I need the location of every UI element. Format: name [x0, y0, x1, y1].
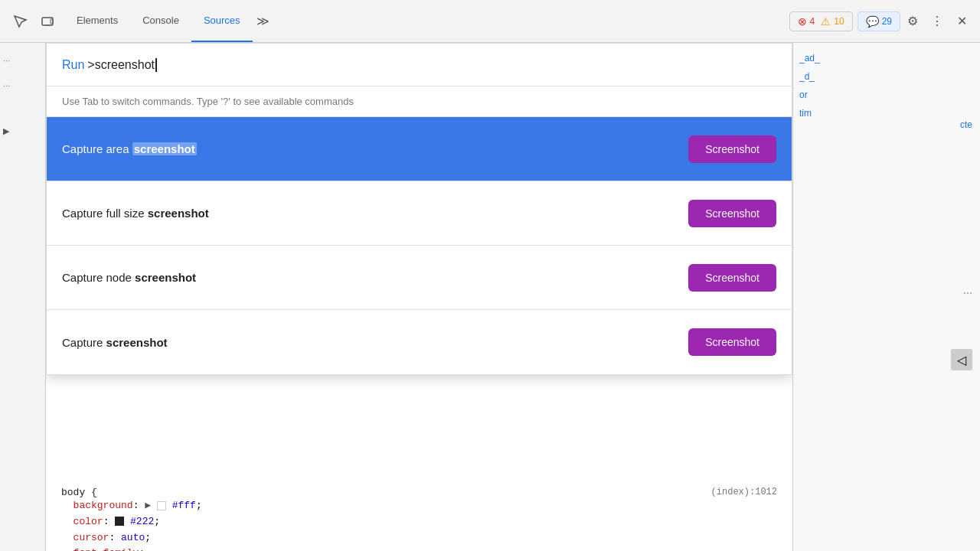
right-dots: ⋯	[963, 288, 972, 298]
run-label: Run	[62, 58, 84, 72]
capture-full-label: Capture full size screenshot	[62, 207, 688, 220]
screenshot-highlight: screenshot	[132, 142, 197, 155]
code-arrow-bg[interactable]: ▶	[145, 500, 151, 511]
command-hint: Use Tab to switch commands. Type '?' to …	[47, 86, 792, 117]
capture-plain-screenshot-btn[interactable]: Screenshot	[688, 328, 776, 356]
collapse-panel-btn[interactable]: ◁	[951, 349, 972, 370]
capture-plain-label: Capture screenshot	[62, 336, 688, 349]
right-text-ad: _ad_	[799, 49, 974, 67]
capture-area-bold: screenshot	[132, 142, 197, 155]
capture-node-bold: screenshot	[135, 271, 196, 284]
capture-area-screenshot-btn[interactable]: Screenshot	[688, 135, 776, 163]
capture-plain-bold: screenshot	[106, 336, 168, 349]
capture-node-screenshot-btn[interactable]: Screenshot	[688, 264, 776, 292]
tab-elements[interactable]: Elements	[64, 0, 130, 42]
command-input[interactable]: >screenshot	[87, 58, 776, 72]
command-input-row: Run >screenshot	[47, 44, 792, 86]
sidebar-left: ··· ... ▶	[0, 43, 46, 551]
more-options-icon[interactable]: ⋮	[925, 9, 949, 34]
right-text-tim: tim	[799, 104, 974, 122]
command-palette: Run >screenshot Use Tab to switch comman…	[46, 43, 792, 375]
error-icon: ⊗	[798, 15, 807, 28]
error-count: 4	[810, 16, 815, 27]
code-line-cursor: cursor: auto;	[61, 530, 777, 546]
devtools-main: ··· ... ▶ Run >screenshot Use Tab to swi…	[0, 43, 980, 551]
device-mode-icon[interactable]	[34, 8, 61, 35]
capture-area-label: Capture area screenshot	[62, 142, 688, 155]
warning-icon: ⚠	[821, 15, 831, 28]
right-cte-link[interactable]: cte	[960, 119, 972, 130]
capture-full-bold: screenshot	[148, 207, 209, 220]
message-count: 29	[882, 16, 892, 27]
capture-node-label: Capture node screenshot	[62, 271, 688, 284]
close-icon[interactable]: ✕	[949, 9, 974, 34]
command-text: >screenshot	[87, 58, 155, 72]
inspect-icon[interactable]	[6, 8, 34, 35]
right-text-d: _d_	[799, 67, 974, 86]
code-line-font: font-family:	[61, 546, 777, 551]
capture-full-screenshot-btn[interactable]: Screenshot	[688, 200, 776, 227]
command-result-capture-full[interactable]: Capture full size screenshot Screenshot	[47, 181, 792, 246]
color-swatch	[115, 517, 124, 526]
more-tabs-icon[interactable]: ≫	[253, 8, 274, 35]
devtools-panel: Elements Console Sources ≫ ⊗ 4 ⚠ 10 💬 29…	[0, 0, 980, 551]
text-cursor	[155, 58, 157, 72]
tab-sources[interactable]: Sources	[191, 0, 253, 42]
error-badge[interactable]: ⊗ 4 ⚠ 10	[789, 11, 853, 31]
sidebar-dots1: ···	[3, 52, 42, 69]
code-filename: (index):1012	[711, 487, 777, 498]
svg-rect-2	[51, 19, 53, 24]
command-results: Capture area screenshot Screenshot Captu…	[47, 117, 792, 374]
svg-rect-1	[45, 24, 50, 26]
devtools-toolbar: Elements Console Sources ≫ ⊗ 4 ⚠ 10 💬 29…	[0, 0, 980, 43]
warning-count: 10	[834, 16, 844, 27]
content-area: Run >screenshot Use Tab to switch comman…	[46, 43, 792, 551]
toolbar-badges: ⊗ 4 ⚠ 10 💬 29	[789, 11, 900, 31]
capture-full-prefix: Capture full size	[62, 207, 148, 220]
bg-swatch	[157, 501, 166, 510]
right-panel: _ad_ _d_ or tim ◁ ⋯ cte	[792, 43, 980, 551]
code-body-selector: body {	[61, 487, 97, 498]
capture-area-prefix: Capture area	[62, 142, 132, 155]
sidebar-arrow: ▶	[3, 122, 42, 139]
code-line-color: color: #222;	[61, 514, 777, 530]
sidebar-dots2: ...	[3, 75, 42, 92]
code-line-background: background: ▶ #fff;	[61, 498, 777, 514]
message-badge[interactable]: 💬 29	[858, 11, 900, 31]
command-result-capture-node[interactable]: Capture node screenshot Screenshot	[47, 246, 792, 310]
command-result-capture-plain[interactable]: Capture screenshot Screenshot	[47, 310, 792, 374]
message-icon: 💬	[866, 15, 879, 28]
toolbar-tabs: Elements Console Sources ≫	[64, 0, 274, 42]
right-text-or: or	[799, 86, 974, 104]
capture-node-prefix: Capture node	[62, 271, 135, 284]
settings-icon[interactable]: ⚙	[900, 9, 925, 34]
capture-plain-prefix: Capture	[62, 336, 106, 349]
tab-console[interactable]: Console	[130, 0, 191, 42]
command-result-capture-area[interactable]: Capture area screenshot Screenshot	[47, 117, 792, 181]
